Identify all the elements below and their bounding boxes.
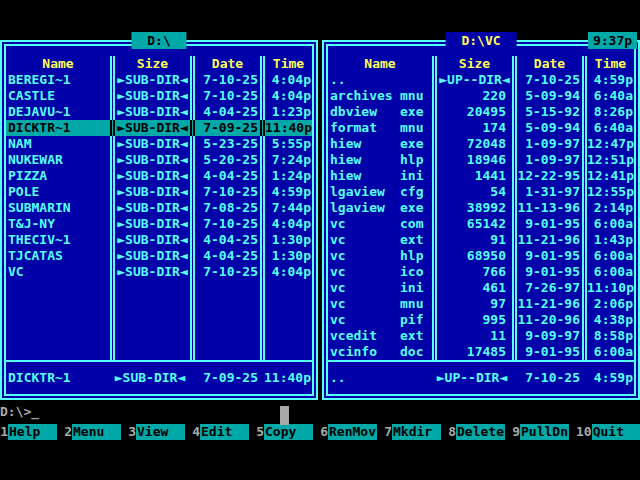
function-key-label: RenMov [328,424,377,440]
file-size: 766 [432,264,512,280]
file-date: 7-10-25 [512,72,582,88]
file-row[interactable]: NAM►SUB-DIR◄5-23-255:55p [6,136,312,152]
file-size [110,296,190,312]
file-row[interactable]: vcext9111-21-961:43p [328,232,634,248]
file-name: dbviewexe [328,104,432,120]
file-time [260,344,312,360]
file-name: hiewini [328,168,432,184]
file-size: ►SUB-DIR◄ [110,168,190,184]
file-row[interactable]: vcmnu9711-21-962:06p [328,296,634,312]
file-row[interactable]: TJCATAS►SUB-DIR◄4-04-251:30p [6,248,312,264]
file-name: archivesmnu [328,88,432,104]
column-header-name: Name [328,56,432,72]
file-row[interactable]: lgaviewcfg541-31-9712:55p [328,184,634,200]
file-row[interactable]: SUBMARIN►SUB-DIR◄7-08-257:44p [6,200,312,216]
file-row[interactable]: vcpif99511-20-964:38p [328,312,634,328]
file-date [190,344,260,360]
file-row[interactable]: THECIV~1►SUB-DIR◄4-04-251:30p [6,232,312,248]
file-row[interactable]: DICKTR~1►SUB-DIR◄7-09-2511:40p [6,120,312,136]
function-key-label: Mkdir [392,424,441,440]
file-time: 6:00a [582,216,634,232]
function-key-number: 7 [384,424,392,440]
file-date: 11-21-96 [512,296,582,312]
mouse-cursor [280,406,289,425]
file-row[interactable]: dbviewexe204955-15-928:26p [328,104,634,120]
function-key-label: Copy [264,424,313,440]
function-key-4[interactable]: 4Edit [192,424,256,440]
file-row[interactable]: hiewexe720481-09-9712:47p [328,136,634,152]
file-time: 12:47p [582,136,634,152]
status-size: ►SUB-DIR◄ [110,370,190,386]
file-time: 6:40a [582,88,634,104]
file-size [110,312,190,328]
file-row[interactable]: vchlp689509-01-956:00a [328,248,634,264]
file-row[interactable]: ..►UP--DIR◄7-10-254:59p [328,72,634,88]
file-name: TJCATAS [6,248,110,264]
panel-status-bar: DICKTR~1 ►SUB-DIR◄ 7-09-25 11:40p [6,360,312,394]
file-size [110,344,190,360]
file-row[interactable]: DEJAVU~1►SUB-DIR◄4-04-251:23p [6,104,312,120]
file-time: 7:24p [260,152,312,168]
file-size: ►SUB-DIR◄ [110,248,190,264]
file-row[interactable]: POLE►SUB-DIR◄7-10-254:59p [6,184,312,200]
file-row[interactable]: vceditext119-09-978:58p [328,328,634,344]
file-row[interactable]: vcico7669-01-956:00a [328,264,634,280]
file-size: ►SUB-DIR◄ [110,72,190,88]
file-row[interactable]: hiewini144112-22-9512:41p [328,168,634,184]
file-name: DEJAVU~1 [6,104,110,120]
file-row[interactable]: PIZZA►SUB-DIR◄4-04-251:24p [6,168,312,184]
file-name: vccom [328,216,432,232]
file-row[interactable]: hiewhlp189461-09-9712:51p [328,152,634,168]
file-time: 2:06p [582,296,634,312]
file-time: 8:26p [582,104,634,120]
file-name [6,328,110,344]
file-row[interactable]: BEREGI~1►SUB-DIR◄7-10-254:04p [6,72,312,88]
function-key-5[interactable]: 5Copy [256,424,320,440]
file-row[interactable]: lgaviewexe3899211-13-962:14p [328,200,634,216]
file-row[interactable]: vccom651429-01-956:00a [328,216,634,232]
file-name: POLE [6,184,110,200]
text-cursor: _ [31,404,39,420]
function-key-10[interactable]: 10Quit [576,424,640,440]
file-time: 4:04p [260,264,312,280]
file-date: 9-01-95 [512,344,582,360]
function-key-7[interactable]: 7Mkdir [384,424,448,440]
file-row[interactable]: archivesmnu2205-09-946:40a [328,88,634,104]
panel-path[interactable]: D:\VC [446,32,517,49]
function-key-label: Edit [200,424,249,440]
function-key-label: Menu [72,424,121,440]
file-size: ►SUB-DIR◄ [110,264,190,280]
file-size: ►SUB-DIR◄ [110,88,190,104]
file-row[interactable]: T&J-NY►SUB-DIR◄7-10-254:04p [6,216,312,232]
file-time [260,328,312,344]
empty-row [6,312,312,328]
column-header-date: Date [190,56,260,72]
file-row[interactable]: vcinfodoc174859-01-956:00a [328,344,634,360]
command-line[interactable]: D:\>_ [0,404,39,420]
function-key-9[interactable]: 9PullDn [512,424,576,440]
command-prompt: D:\> [0,404,31,419]
file-time: 1:30p [260,248,312,264]
file-row[interactable]: vcini4617-26-9711:10p [328,280,634,296]
function-key-2[interactable]: 2Menu [64,424,128,440]
function-key-3[interactable]: 3View [128,424,192,440]
file-row[interactable]: formatmnu1745-09-946:40a [328,120,634,136]
file-date: 7-10-25 [190,216,260,232]
file-size: 220 [432,88,512,104]
function-key-1[interactable]: 1Help [0,424,64,440]
status-date: 7-09-25 [190,370,260,386]
file-date: 9-01-95 [512,248,582,264]
file-name: SUBMARIN [6,200,110,216]
function-key-number: 2 [64,424,72,440]
file-row[interactable]: NUKEWAR►SUB-DIR◄5-20-257:24p [6,152,312,168]
panel-path[interactable]: D:\ [131,32,186,49]
file-row[interactable]: VC►SUB-DIR◄7-10-254:04p [6,264,312,280]
file-name [6,296,110,312]
file-name: DICKTR~1 [6,120,110,136]
function-key-8[interactable]: 8Delete [448,424,512,440]
file-date: 1-09-97 [512,136,582,152]
file-time: 1:23p [260,104,312,120]
function-key-6[interactable]: 6RenMov [320,424,384,440]
file-row[interactable]: CASTLE►SUB-DIR◄7-10-254:04p [6,88,312,104]
file-time: 6:00a [582,264,634,280]
